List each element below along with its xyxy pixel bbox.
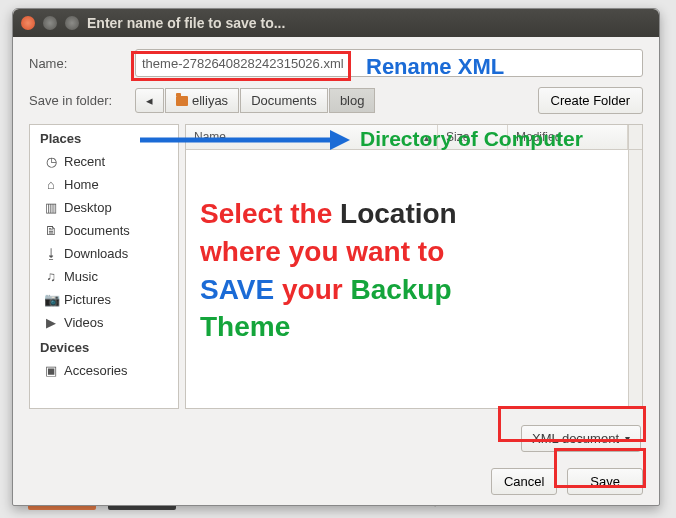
music-icon: ♫ [44, 269, 58, 284]
breadcrumb-seg-documents[interactable]: Documents [240, 88, 328, 113]
maximize-icon[interactable] [65, 16, 79, 30]
create-folder-button[interactable]: Create Folder [538, 87, 643, 114]
desktop-icon: ▥ [44, 200, 58, 215]
sidebar-item-music[interactable]: ♫Music [30, 265, 178, 288]
col-name[interactable]: Name▴ [186, 125, 438, 149]
save-button[interactable]: Save [567, 468, 643, 495]
col-modified[interactable]: Modified [508, 125, 628, 149]
save-dialog: Enter name of file to save to... Name: S… [12, 8, 660, 506]
videos-icon: ▶ [44, 315, 58, 330]
window-title: Enter name of file to save to... [87, 15, 285, 31]
sidebar-item-videos[interactable]: ▶Videos [30, 311, 178, 334]
scrollbar[interactable] [628, 125, 642, 149]
col-size[interactable]: Size [438, 125, 508, 149]
documents-icon: 🗎 [44, 223, 58, 238]
cancel-button[interactable]: Cancel [491, 468, 557, 495]
sidebar-item-pictures[interactable]: 📷Pictures [30, 288, 178, 311]
filename-input[interactable] [135, 49, 643, 77]
sidebar-item-desktop[interactable]: ▥Desktop [30, 196, 178, 219]
pictures-icon: 📷 [44, 292, 58, 307]
breadcrumb-seg-elliyas[interactable]: elliyas [165, 88, 239, 113]
downloads-icon: ⭳ [44, 246, 58, 261]
sidebar-item-documents[interactable]: 🗎Documents [30, 219, 178, 242]
sidebar-item-downloads[interactable]: ⭳Downloads [30, 242, 178, 265]
filetype-dropdown[interactable]: XML document ▾ [521, 425, 641, 452]
minimize-icon[interactable] [43, 16, 57, 30]
home-icon: ⌂ [44, 177, 58, 192]
places-heading: Places [30, 125, 178, 150]
sidebar-item-accesories[interactable]: ▣Accesories [30, 359, 178, 382]
folder-icon [176, 96, 188, 106]
breadcrumb-seg-blog[interactable]: blog [329, 88, 376, 113]
name-label: Name: [29, 56, 125, 71]
places-sidebar: Places ◷Recent ⌂Home ▥Desktop 🗎Documents… [29, 124, 179, 409]
column-headers: Name▴ Size Modified [186, 125, 642, 150]
scrollbar-v[interactable] [628, 150, 642, 408]
breadcrumb-back[interactable]: ◂ [135, 88, 164, 113]
devices-heading: Devices [30, 334, 178, 359]
file-list[interactable] [186, 150, 628, 408]
breadcrumb: ◂ elliyas Documents blog [135, 88, 375, 113]
file-pane: Name▴ Size Modified [185, 124, 643, 409]
close-icon[interactable] [21, 16, 35, 30]
device-icon: ▣ [44, 363, 58, 378]
sidebar-item-recent[interactable]: ◷Recent [30, 150, 178, 173]
sidebar-item-home[interactable]: ⌂Home [30, 173, 178, 196]
sort-asc-icon: ▴ [424, 132, 429, 143]
save-in-label: Save in folder: [29, 93, 125, 108]
titlebar: Enter name of file to save to... [13, 9, 659, 37]
recent-icon: ◷ [44, 154, 58, 169]
chevron-down-icon: ▾ [625, 433, 630, 444]
